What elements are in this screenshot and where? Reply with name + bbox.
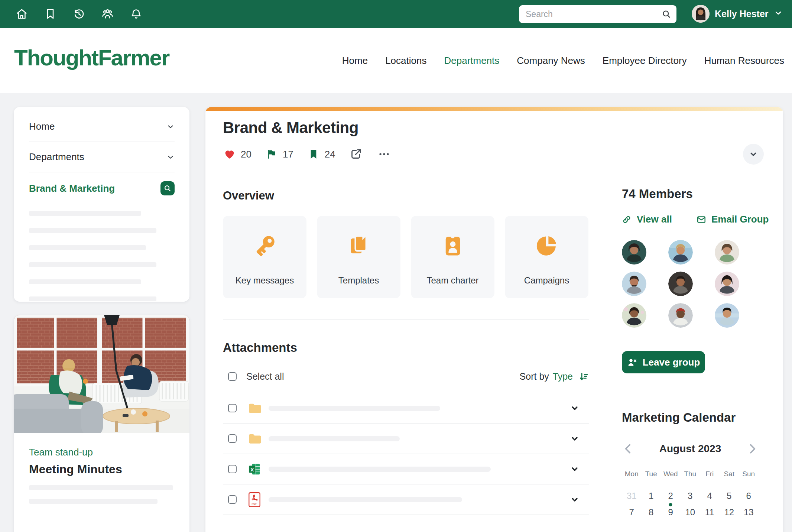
member-avatar[interactable] [715,272,739,296]
calendar-day[interactable]: 7 [622,507,642,523]
member-avatar[interactable] [668,303,693,328]
select-all-checkbox[interactable] [228,372,237,381]
calendar-day[interactable]: 6 [739,491,759,507]
chevron-down-icon[interactable] [570,403,580,413]
skeleton-bar [29,211,141,216]
calendar-week-row: 31 1 2 3 4 5 6 [622,491,759,507]
sidebar-item-departments[interactable]: Departments [29,142,175,172]
divider [622,391,759,391]
calendar-day-with-event[interactable]: 2 [661,491,681,507]
bookmarks-stat[interactable]: 24 [308,148,335,160]
attachment-row[interactable] [223,424,589,454]
svg-text:X: X [250,467,254,473]
meeting-minutes-card[interactable]: Team stand-up Meeting Minutes [14,315,189,532]
attachment-row[interactable]: PDF [223,484,589,515]
member-avatar[interactable] [622,240,646,265]
chevron-down-icon [749,149,758,159]
thoughtfarmer-logo[interactable]: ThoughtFarmer [14,45,169,71]
calendar-day[interactable]: 10 [681,507,700,523]
excel-file-icon: X [247,461,262,477]
prev-month-icon[interactable] [622,442,634,455]
email-group-link[interactable]: Email Group [697,214,769,225]
nav-item-human-resources[interactable]: Human Resources [704,55,784,66]
chevron-down-icon [166,123,175,131]
overview-card-templates[interactable]: Templates [317,216,400,298]
nav-item-employee-directory[interactable]: Employee Directory [603,55,687,66]
history-icon[interactable] [72,7,85,21]
skeleton-bar [269,497,462,502]
leave-group-button[interactable]: Leave group [622,351,705,373]
card-category[interactable]: Team stand-up [29,447,175,458]
site-header: ThoughtFarmer Home Locations Departments… [0,28,792,93]
overview-card-team-charter[interactable]: Team charter [411,216,494,298]
member-avatar[interactable] [622,272,646,296]
overview-card-campaigns[interactable]: Campaigns [505,216,588,298]
member-avatar[interactable] [668,240,693,265]
page-stats: 20 17 24 [224,148,406,160]
page-body: Overview Key messages Templates [205,168,603,532]
bell-icon[interactable] [129,7,143,21]
calendar-day[interactable]: 3 [681,491,700,507]
attachments-list: X PDF [223,393,589,515]
chevron-down-icon [774,9,783,19]
user-name: Kelly Hester [715,9,769,19]
calendar-day[interactable]: 11 [700,507,720,523]
calendar-day[interactable]: 31 [622,491,642,507]
calendar-day[interactable]: 5 [720,491,739,507]
nav-item-departments[interactable]: Departments [444,55,499,66]
share-icon[interactable] [350,148,362,160]
chevron-down-icon[interactable] [570,495,580,505]
skeleton-bar [29,485,173,490]
section-search-button[interactable] [160,181,175,195]
nav-item-locations[interactable]: Locations [385,55,426,66]
search-icon[interactable] [662,9,671,19]
pie-chart-icon [535,216,559,275]
member-avatar[interactable] [622,303,646,328]
bookmark-icon[interactable] [43,7,57,21]
sidebar-item-brand-marketing[interactable]: Brand & Marketing [29,172,175,204]
member-avatar[interactable] [668,272,693,296]
skeleton-bar [29,499,158,504]
calendar-day[interactable]: 8 [642,507,661,523]
more-options-icon[interactable] [378,148,390,160]
calendar-day[interactable]: 13 [739,507,759,523]
overview-card-key-messages[interactable]: Key messages [223,216,306,298]
sort-control[interactable]: Sort by Type [520,371,589,382]
calendar-day[interactable]: 9 [661,507,681,523]
search-input[interactable] [526,9,662,19]
calendar-day[interactable]: 1 [642,491,661,507]
templates-icon [347,216,371,275]
sidebar-item-home[interactable]: Home [29,111,175,142]
people-icon[interactable] [101,7,114,21]
svg-text:PDF: PDF [251,502,257,506]
chevron-down-icon[interactable] [570,434,580,444]
skeleton-bar [269,406,440,411]
nav-item-home[interactable]: Home [342,55,368,66]
main-nav: Home Locations Departments Company News … [342,28,784,93]
calendar-month-nav: August 2023 [622,442,759,455]
row-checkbox[interactable] [228,495,237,504]
likes-stat[interactable]: 20 [224,148,251,160]
attachment-row[interactable]: X [223,454,589,484]
next-month-icon[interactable] [746,442,759,455]
card-title[interactable]: Meeting Minutes [29,463,175,476]
link-icon [622,215,632,224]
attachment-row[interactable] [223,393,589,424]
user-menu[interactable]: Kelly Hester [692,5,783,23]
row-checkbox[interactable] [228,404,237,412]
folder-icon [247,431,262,447]
calendar-day[interactable]: 12 [720,507,739,523]
chevron-down-icon[interactable] [570,464,580,474]
nav-item-company-news[interactable]: Company News [517,55,585,66]
collapse-header-button[interactable] [743,144,764,165]
members-heading: 74 Members [622,187,783,201]
member-avatar[interactable] [715,240,739,265]
calendar-weekdays: Mon Tue Wed Thu Fri Sat Sun [622,470,759,478]
row-checkbox[interactable] [228,434,237,443]
calendar-day[interactable]: 4 [700,491,720,507]
home-icon[interactable] [15,7,28,21]
member-avatar[interactable] [715,303,739,328]
row-checkbox[interactable] [228,465,237,473]
flags-stat[interactable]: 17 [266,148,293,160]
view-all-link[interactable]: View all [622,214,672,225]
